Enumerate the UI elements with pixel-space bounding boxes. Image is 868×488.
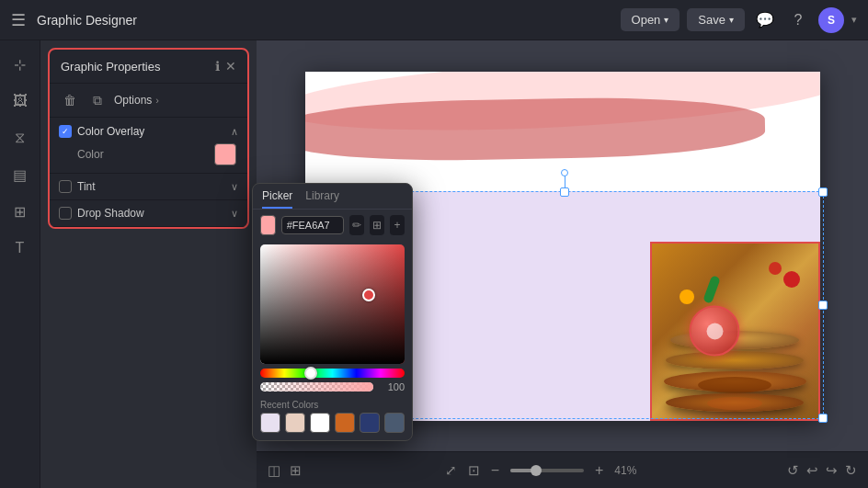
zoom-out-button[interactable]: −: [491, 462, 499, 479]
hue-thumb: [304, 367, 317, 380]
avatar[interactable]: S: [818, 7, 844, 33]
gradient-dark: [260, 244, 405, 364]
color-picker-popup: Picker Library ✏ ⊞ +: [252, 183, 413, 441]
sidebar-filter-icon[interactable]: ⧖: [6, 123, 35, 153]
tab-picker[interactable]: Picker: [262, 189, 292, 209]
bottom-bar: ◫ ⊞ ⤢ ⊡ − + 41% ↺ ↩ ↪ ↻: [257, 451, 868, 488]
recent-colors-label: Recent Colors: [253, 396, 412, 413]
recent-swatch-5[interactable]: [384, 413, 405, 433]
tint-checkbox[interactable]: [59, 180, 72, 193]
color-label: Color: [77, 148, 209, 161]
color-swatch[interactable]: [214, 143, 236, 165]
recent-swatch-1[interactable]: [285, 413, 305, 433]
bottom-right: ↺ ↩ ↪ ↻: [787, 462, 857, 479]
graphic-properties-panel: Graphic Properties ℹ ✕ 🗑 ⧉ Options › ✓: [48, 48, 249, 229]
color-row: Color: [59, 138, 238, 165]
options-label: Options: [114, 94, 152, 107]
add-color-icon[interactable]: +: [390, 215, 405, 235]
crop-icon[interactable]: ⊡: [468, 462, 480, 479]
sidebar-text-icon[interactable]: T: [6, 233, 35, 263]
recent-swatches: [253, 413, 412, 440]
picker-tabs: Picker Library: [253, 184, 412, 210]
recent-swatch-2[interactable]: [310, 413, 330, 433]
tint-chevron[interactable]: ∨: [231, 181, 238, 193]
tab-library[interactable]: Library: [305, 189, 339, 209]
overlay-chevron[interactable]: ∧: [231, 126, 238, 138]
tint-label: Tint: [77, 180, 225, 193]
topbar: ☰ Graphic Designer Open ▾ Save ▾ 💬 ? S ▾: [0, 0, 868, 40]
panel-area: Graphic Properties ℹ ✕ 🗑 ⧉ Options › ✓: [40, 40, 257, 488]
topbar-actions: Open ▾ Save ▾ 💬 ? S ▾: [621, 7, 857, 33]
panel-toolbar: 🗑 ⧉ Options ›: [50, 84, 247, 118]
hex-swatch[interactable]: [260, 215, 276, 235]
alpha-slider-wrap: 100: [260, 381, 405, 392]
alpha-value: 100: [379, 381, 405, 392]
color-overlay-section: ✓ Color Overlay ∧ Color: [50, 118, 247, 174]
picker-hex-row: ✏ ⊞ +: [253, 210, 412, 241]
main-layout: ⊹ 🖼 ⧖ ▤ ⊞ T Graphic Properties ℹ ✕ 🗑 ⧉ O…: [0, 40, 868, 488]
options-chevron: ›: [155, 95, 159, 106]
gradient-picker[interactable]: [260, 244, 405, 364]
panel-title: Graphic Properties: [61, 60, 210, 74]
zoom-level: 41%: [614, 464, 644, 477]
picker-circle[interactable]: [362, 289, 375, 301]
left-sidebar: ⊹ 🖼 ⧖ ▤ ⊞ T: [0, 40, 40, 488]
panel-header: Graphic Properties ℹ ✕: [50, 50, 247, 84]
overlay-header: ✓ Color Overlay ∧: [59, 125, 238, 138]
drop-shadow-chevron[interactable]: ∨: [231, 208, 238, 220]
menu-icon[interactable]: ☰: [11, 10, 26, 30]
options-row[interactable]: Options ›: [114, 94, 238, 107]
grid-view-icon[interactable]: ⊞: [290, 462, 302, 479]
app-title: Graphic Designer: [37, 13, 610, 28]
sidebar-layout-icon[interactable]: ▤: [6, 160, 35, 189]
tint-row: Tint ∨: [50, 174, 247, 200]
pancake-image: [650, 242, 820, 421]
duplicate-icon[interactable]: ⧉: [86, 89, 108, 111]
color-overlay-checkbox[interactable]: ✓: [59, 125, 72, 138]
save-chevron: ▾: [729, 15, 734, 25]
grid-icon[interactable]: ⊞: [370, 215, 384, 235]
open-chevron: ▾: [664, 15, 668, 25]
help-icon[interactable]: ?: [785, 7, 811, 33]
eyedropper-icon[interactable]: ✏: [349, 215, 364, 235]
zoom-in-button[interactable]: +: [595, 462, 603, 479]
drop-shadow-row: Drop Shadow ∨: [50, 200, 247, 227]
panel-header-icons: ℹ ✕: [215, 59, 236, 74]
recent-swatch-4[interactable]: [360, 413, 380, 433]
alpha-slider[interactable]: [260, 382, 373, 392]
sidebar-move-icon[interactable]: ⊹: [6, 50, 35, 79]
zoom-slider-thumb: [531, 465, 542, 476]
hue-slider[interactable]: [260, 369, 405, 378]
bottom-center: ⤢ ⊡ − + 41%: [311, 462, 778, 479]
bottom-left: ◫ ⊞: [268, 462, 302, 479]
undo-icon[interactable]: ↩: [806, 462, 818, 479]
sidebar-elements-icon[interactable]: ⊞: [6, 197, 35, 226]
refresh-icon[interactable]: ↻: [845, 462, 857, 479]
sidebar-image-icon[interactable]: 🖼: [6, 86, 35, 116]
delete-icon[interactable]: 🗑: [59, 89, 81, 111]
recent-swatch-3[interactable]: [335, 413, 355, 433]
recent-swatch-0[interactable]: [260, 413, 280, 433]
redo-icon[interactable]: ↪: [826, 462, 838, 479]
avatar-chevron[interactable]: ▾: [851, 14, 857, 26]
save-button[interactable]: Save ▾: [687, 8, 745, 31]
reset-icon[interactable]: ↺: [787, 462, 799, 479]
close-icon[interactable]: ✕: [225, 59, 236, 74]
comment-icon[interactable]: 💬: [752, 7, 778, 33]
drop-shadow-checkbox[interactable]: [59, 207, 72, 220]
layers-icon[interactable]: ◫: [268, 462, 280, 479]
red-circle-overlay: [690, 306, 740, 357]
drop-shadow-label: Drop Shadow: [77, 207, 225, 220]
hue-slider-wrap: [260, 369, 405, 378]
alpha-gradient: [260, 382, 373, 392]
info-icon[interactable]: ℹ: [215, 59, 220, 74]
hex-input[interactable]: [281, 216, 344, 234]
color-overlay-label: Color Overlay: [77, 125, 225, 138]
zoom-slider[interactable]: [510, 469, 584, 472]
open-button[interactable]: Open ▾: [621, 8, 680, 31]
fit-icon[interactable]: ⤢: [445, 462, 457, 479]
